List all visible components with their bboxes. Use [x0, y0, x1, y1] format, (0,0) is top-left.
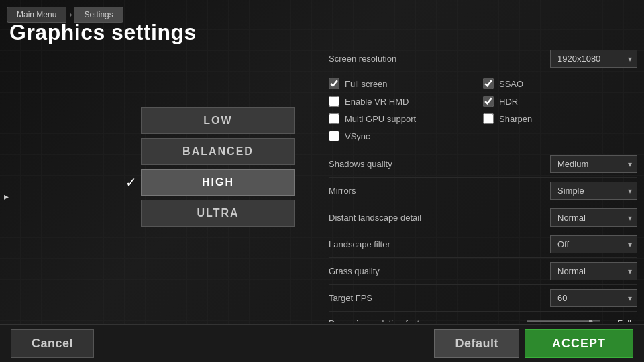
checkbox-left-col: Full screen Enable VR HMD Multi GPU supp… [329, 75, 483, 145]
mirrors-dropdown[interactable]: SimpleOffHigh [550, 182, 637, 200]
checkbox-section: Full screen Enable VR HMD Multi GPU supp… [329, 72, 637, 147]
quality-high-button[interactable]: HIGH [141, 169, 295, 196]
distant-landscape-label: Distant landscape detail [329, 213, 550, 223]
grass-quality-label: Grass quality [329, 266, 550, 276]
quality-presets-panel: LOW BALANCED ✓ HIGH ULTRA [121, 107, 295, 231]
target-fps-row: Target FPS 6030120Unlimited [329, 285, 637, 312]
bottom-bar: Cancel Default ACCEPT [0, 324, 644, 362]
vr-hmd-label: Enable VR HMD [345, 97, 409, 107]
page-title: Graphics settings [9, 20, 197, 45]
dynamic-resolution-row: Dynamic resolution factor ‹ › Full [329, 312, 637, 322]
distant-landscape-row: Distant landscape detail NormalLowHigh [329, 204, 637, 231]
multi-gpu-checkbox-item: Multi GPU support [329, 110, 483, 127]
quality-ultra-button[interactable]: ULTRA [141, 200, 295, 227]
vr-hmd-checkbox-item: Enable VR HMD [329, 93, 483, 110]
ssao-checkbox[interactable] [483, 78, 494, 89]
cancel-button[interactable]: Cancel [11, 329, 94, 358]
shadows-quality-row: Shadows quality MediumLowHighUltra [329, 151, 637, 178]
shadows-quality-label: Shadows quality [329, 159, 550, 169]
mirrors-row: Mirrors SimpleOffHigh [329, 178, 637, 204]
dynamic-resolution-track[interactable] [527, 320, 600, 322]
screen-resolution-row: Screen resolution 1920x1080 1280x720 256… [329, 46, 637, 72]
target-fps-label: Target FPS [329, 293, 550, 303]
quality-btn-low[interactable]: LOW [121, 107, 295, 134]
default-button[interactable]: Default [434, 329, 519, 358]
vr-hmd-checkbox[interactable] [329, 96, 339, 107]
ssao-label: SSAO [499, 79, 523, 89]
shadows-quality-dropdown-wrapper: MediumLowHighUltra [550, 155, 637, 173]
quality-btn-balanced[interactable]: BALANCED [121, 138, 295, 165]
quality-low-button[interactable]: LOW [141, 107, 295, 134]
vsync-label: VSync [345, 131, 370, 141]
mouse-cursor: ▸ [4, 191, 11, 198]
settings-panel: Screen resolution 1920x1080 1280x720 256… [329, 46, 637, 322]
hdr-label: HDR [499, 97, 518, 107]
fullscreen-label: Full screen [345, 79, 388, 89]
vsync-checkbox-item: VSync [329, 127, 483, 145]
mirrors-label: Mirrors [329, 186, 550, 196]
hdr-checkbox[interactable] [483, 96, 494, 107]
quality-btn-ultra[interactable]: ULTRA [121, 200, 295, 227]
screen-resolution-label: Screen resolution [329, 54, 550, 64]
mirrors-dropdown-wrapper: SimpleOffHigh [550, 182, 637, 200]
checkbox-divider [329, 149, 637, 149]
target-fps-dropdown-wrapper: 6030120Unlimited [550, 289, 637, 307]
dynamic-resolution-decrease[interactable]: ‹ [515, 318, 523, 322]
ssao-checkbox-item: SSAO [483, 75, 637, 93]
grass-quality-dropdown[interactable]: NormalLowHigh [550, 262, 637, 280]
hdr-checkbox-item: HDR [483, 93, 637, 110]
checkbox-right-col: SSAO HDR Sharpen [483, 75, 637, 145]
quality-balanced-button[interactable]: BALANCED [141, 138, 295, 165]
dynamic-resolution-label: Dynamic resolution factor [329, 318, 515, 322]
screen-resolution-dropdown[interactable]: 1920x1080 1280x720 2560x1440 3840x2160 [550, 50, 637, 68]
multi-gpu-checkbox[interactable] [329, 113, 339, 124]
distant-landscape-dropdown[interactable]: NormalLowHigh [550, 208, 637, 227]
landscape-filter-label: Landscape filter [329, 239, 550, 249]
dynamic-resolution-value: Full [617, 318, 637, 322]
dynamic-resolution-control: ‹ › Full [515, 318, 637, 322]
multi-gpu-label: Multi GPU support [345, 114, 416, 124]
fullscreen-checkbox[interactable] [329, 78, 339, 89]
dynamic-resolution-thumb [589, 320, 592, 322]
sharpen-checkbox[interactable] [483, 113, 494, 124]
right-buttons: Default ACCEPT [434, 329, 633, 358]
screen-resolution-dropdown-wrapper: 1920x1080 1280x720 2560x1440 3840x2160 [550, 50, 637, 68]
landscape-filter-dropdown-wrapper: OffLowNormalHigh [550, 235, 637, 253]
vsync-checkbox[interactable] [329, 131, 339, 141]
grass-quality-row: Grass quality NormalLowHigh [329, 258, 637, 285]
breadcrumb-separator: › [69, 10, 72, 19]
shadows-quality-dropdown[interactable]: MediumLowHighUltra [550, 155, 637, 173]
screen-resolution-control: 1920x1080 1280x720 2560x1440 3840x2160 [550, 50, 637, 68]
quality-check-high: ✓ [121, 174, 141, 190]
dynamic-resolution-fill [527, 321, 592, 322]
fullscreen-checkbox-item: Full screen [329, 75, 483, 93]
grass-quality-dropdown-wrapper: NormalLowHigh [550, 262, 637, 280]
quality-btn-high[interactable]: ✓ HIGH [121, 169, 295, 196]
target-fps-dropdown[interactable]: 6030120Unlimited [550, 289, 637, 307]
accept-button[interactable]: ACCEPT [525, 329, 633, 358]
sharpen-checkbox-item: Sharpen [483, 110, 637, 127]
landscape-filter-dropdown[interactable]: OffLowNormalHigh [550, 235, 637, 253]
dynamic-resolution-increase[interactable]: › [604, 318, 613, 322]
distant-landscape-dropdown-wrapper: NormalLowHigh [550, 208, 637, 227]
landscape-filter-row: Landscape filter OffLowNormalHigh [329, 231, 637, 258]
sharpen-label: Sharpen [499, 114, 532, 124]
